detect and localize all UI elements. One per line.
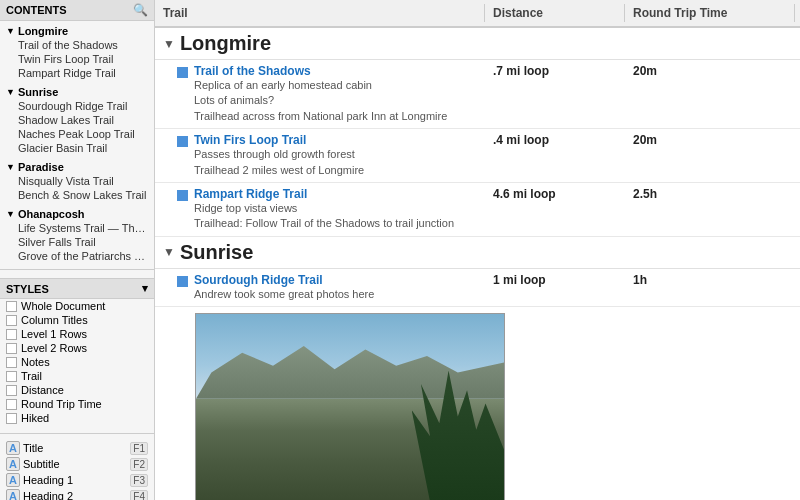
trail-desc-sourdough-1: Andrew took some great photos here [194, 287, 477, 302]
sidebar-item-shadow-lakes[interactable]: Shadow Lakes Trail [0, 113, 154, 127]
trail-cell-twin-firs: Twin Firs Loop Trail Passes through old … [155, 129, 485, 182]
shortcut-heading2[interactable]: A Heading 2 F4 [0, 488, 154, 500]
trail-name-twin-firs[interactable]: Twin Firs Loop Trail [194, 133, 477, 147]
trail-desc-rampart-2: Trailhead: Follow Trail of the Shadows t… [194, 216, 477, 231]
trail-hiked-twin-firs: ✓ [795, 129, 800, 182]
style-whole-doc[interactable]: Whole Document [0, 299, 154, 313]
trail-hiked-sourdough [795, 269, 800, 306]
styles-section: STYLES ▾ Whole Document Column Titles Le… [0, 274, 154, 429]
section-title-sunrise: ▼ Sunrise [155, 237, 485, 268]
th-trail: Trail [155, 4, 485, 22]
styles-header: STYLES ▾ [0, 278, 154, 299]
trail-desc-shadows-1: Replica of an early homestead cabin [194, 78, 477, 93]
th-distance: Distance [485, 4, 625, 22]
sidebar-group-label-paradise[interactable]: ▼ Paradise [0, 159, 154, 174]
style-checkbox-notes[interactable] [6, 357, 17, 368]
th-hiked: Hiked [795, 4, 800, 22]
section-title-longmire: ▼ Longmire [155, 28, 485, 59]
trail-indicator-rampart [177, 190, 188, 201]
sidebar-group-sunrise: ▼ Sunrise Sourdough Ridge Trail Shadow L… [0, 82, 154, 157]
style-checkbox-hiked[interactable] [6, 413, 17, 424]
trail-info-twin-firs: Twin Firs Loop Trail Passes through old … [194, 133, 477, 178]
style-round-trip[interactable]: Round Trip Time [0, 397, 154, 411]
shortcut-heading1[interactable]: A Heading 1 F3 [0, 472, 154, 488]
sidebar: CONTENTS 🔍 ▼ Longmire Trail of the Shado… [0, 0, 155, 500]
trail-image-sourdough [195, 313, 505, 500]
sidebar-group-label-longmire[interactable]: ▼ Longmire [0, 23, 154, 38]
sidebar-item-glacier-basin[interactable]: Glacier Basin Trail [0, 141, 154, 155]
styles-label: STYLES [6, 283, 49, 295]
trail-image-row-sourdough [155, 307, 800, 500]
shortcut-title[interactable]: A Title F1 [0, 440, 154, 456]
sidebar-group-label-ohanapcosh[interactable]: ▼ Ohanapcosh [0, 206, 154, 221]
trail-cell-rampart: Rampart Ridge Trail Ridge top vista view… [155, 183, 485, 236]
trail-time-shadows: 20m [625, 60, 795, 128]
sidebar-group-ohanapcosh: ▼ Ohanapcosh Life Systems Trail — The Fo… [0, 204, 154, 265]
styles-dropdown-icon[interactable]: ▾ [142, 282, 148, 295]
sidebar-item-naches-peak[interactable]: Naches Peak Loop Trail [0, 127, 154, 141]
section-triangle-icon[interactable]: ▼ [163, 245, 175, 259]
section-name-longmire: Longmire [180, 32, 271, 55]
table-body: ▼ Longmire Trail of the Shadows Replica … [155, 28, 800, 500]
style-checkbox-round-trip[interactable] [6, 399, 17, 410]
trail-name-shadows[interactable]: Trail of the Shadows [194, 64, 477, 78]
style-level1-rows[interactable]: Level 1 Rows [0, 327, 154, 341]
main-content: Trail Distance Round Trip Time Hiked ▼ L… [155, 0, 800, 500]
table-header: Trail Distance Round Trip Time Hiked [155, 0, 800, 28]
style-hiked[interactable]: Hiked [0, 411, 154, 425]
sidebar-item-rampart-ridge[interactable]: Rampart Ridge Trail [0, 66, 154, 80]
sidebar-divider-2 [0, 433, 154, 434]
sidebar-item-silver-falls[interactable]: Silver Falls Trail [0, 235, 154, 249]
sidebar-item-nisqually[interactable]: Nisqually Vista Trail [0, 174, 154, 188]
trail-time-rampart: 2.5h [625, 183, 795, 236]
sidebar-group-longmire: ▼ Longmire Trail of the Shadows Twin Fir… [0, 21, 154, 82]
style-checkbox-trail[interactable] [6, 371, 17, 382]
shortcut-subtitle[interactable]: A Subtitle F2 [0, 456, 154, 472]
trail-distance-shadows: .7 mi loop [485, 60, 625, 128]
mountain-scene [196, 314, 504, 500]
table-row: Trail of the Shadows Replica of an early… [155, 60, 800, 129]
contents-label: CONTENTS [6, 4, 67, 16]
style-notes[interactable]: Notes [0, 355, 154, 369]
style-checkbox-level1[interactable] [6, 329, 17, 340]
style-column-titles[interactable]: Column Titles [0, 313, 154, 327]
section-triangle-icon[interactable]: ▼ [163, 37, 175, 51]
section-name-sunrise: Sunrise [180, 241, 253, 264]
trail-time-twin-firs: 20m [625, 129, 795, 182]
sidebar-item-trail-of-shadows[interactable]: Trail of the Shadows [0, 38, 154, 52]
trail-indicator-twin-firs [177, 136, 188, 147]
trail-hiked-shadows [795, 60, 800, 128]
triangle-icon: ▼ [6, 162, 15, 172]
style-level2-rows[interactable]: Level 2 Rows [0, 341, 154, 355]
style-checkbox-level2[interactable] [6, 343, 17, 354]
trail-indicator-shadows [177, 67, 188, 78]
style-trail[interactable]: Trail [0, 369, 154, 383]
trail-info-sourdough: Sourdough Ridge Trail Andrew took some g… [194, 273, 477, 302]
sidebar-item-sourdough[interactable]: Sourdough Ridge Trail [0, 99, 154, 113]
trail-desc-twin-firs-2: Trailhead 2 miles west of Longmire [194, 163, 477, 178]
section-longmire: ▼ Longmire [155, 28, 800, 60]
style-checkbox-whole-doc[interactable] [6, 301, 17, 312]
sidebar-item-bench-snow[interactable]: Bench & Snow Lakes Trail [0, 188, 154, 202]
style-checkbox-column-titles[interactable] [6, 315, 17, 326]
sidebar-item-twin-firs[interactable]: Twin Firs Loop Trail [0, 52, 154, 66]
triangle-icon: ▼ [6, 209, 15, 219]
sidebar-item-life-systems[interactable]: Life Systems Trail — The Foresto... [0, 221, 154, 235]
sidebar-group-label-sunrise[interactable]: ▼ Sunrise [0, 84, 154, 99]
sidebar-divider-1 [0, 269, 154, 270]
search-icon[interactable]: 🔍 [133, 3, 148, 17]
trail-cell-sourdough: Sourdough Ridge Trail Andrew took some g… [155, 269, 485, 306]
trail-hiked-rampart: ✓ [795, 183, 800, 236]
section-sunrise: ▼ Sunrise [155, 237, 800, 269]
trail-desc-shadows-2: Lots of animals? [194, 93, 477, 108]
trail-name-rampart[interactable]: Rampart Ridge Trail [194, 187, 477, 201]
triangle-icon: ▼ [6, 87, 15, 97]
trail-info-shadows: Trail of the Shadows Replica of an early… [194, 64, 477, 124]
section-checkbox-longmire [795, 35, 800, 52]
style-checkbox-distance[interactable] [6, 385, 17, 396]
trail-desc-shadows-3: Trailhead across from National park Inn … [194, 109, 477, 124]
trail-name-sourdough[interactable]: Sourdough Ridge Trail [194, 273, 477, 287]
sidebar-item-grove-patriarchs[interactable]: Grove of the Patriarchs Trail [0, 249, 154, 263]
table-row: Sourdough Ridge Trail Andrew took some g… [155, 269, 800, 307]
style-distance[interactable]: Distance [0, 383, 154, 397]
